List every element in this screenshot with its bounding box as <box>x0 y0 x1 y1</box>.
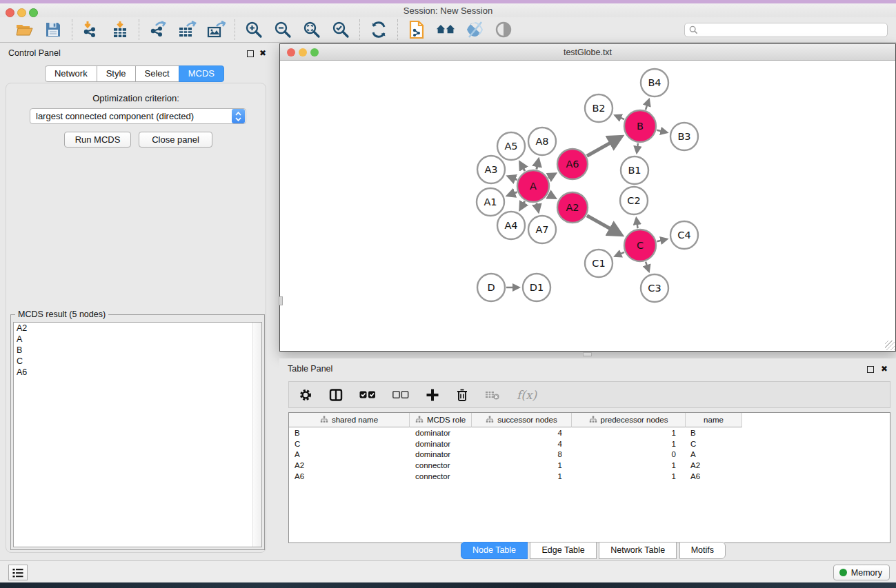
close-traffic-light[interactable] <box>287 48 295 57</box>
graph-node-A6[interactable]: A6 <box>557 149 588 179</box>
tab-motifs[interactable]: Motifs <box>679 542 726 559</box>
export-image-icon[interactable] <box>206 20 226 39</box>
window-resize-grip[interactable] <box>885 341 895 350</box>
graph-node-C3[interactable]: C3 <box>641 274 668 302</box>
graph-edge-A6-B[interactable] <box>587 143 611 156</box>
import-table-icon[interactable] <box>110 20 130 39</box>
show-column-icon[interactable] <box>329 388 343 402</box>
column-header-successor-nodes[interactable]: successor nodes <box>472 413 572 427</box>
open-session-icon[interactable] <box>14 20 34 39</box>
graph-edge-A-A5[interactable] <box>524 168 525 171</box>
graph-edge-A-A7[interactable] <box>537 203 537 205</box>
tab-node-table[interactable]: Node Table <box>461 542 528 559</box>
close-panel-icon[interactable]: ✖ <box>259 48 266 58</box>
graph-node-A8[interactable]: A8 <box>528 128 556 155</box>
result-list-item[interactable]: A <box>14 334 261 345</box>
graph-edge-C-C2[interactable] <box>637 224 638 228</box>
result-list-item[interactable]: C <box>14 356 261 367</box>
network-window-titlebar[interactable]: testGlobe.txt <box>280 44 895 61</box>
graph-node-B1[interactable]: B1 <box>621 156 648 184</box>
graph-edge-A-A2[interactable] <box>548 194 549 195</box>
float-panel-icon[interactable] <box>247 50 254 57</box>
graph-node-B[interactable]: B <box>624 110 656 142</box>
graph-edge-B-B1[interactable] <box>637 143 638 147</box>
table-row[interactable]: A6connector11A6 <box>289 471 890 482</box>
graph-node-A2[interactable]: A2 <box>557 192 588 223</box>
graph-edge-B-B4[interactable] <box>646 105 647 110</box>
graph-node-D[interactable]: D <box>477 274 505 301</box>
graph-edge-A-A3[interactable] <box>515 179 517 179</box>
delete-column-trash-icon[interactable] <box>456 388 468 402</box>
column-header-predecessor-nodes[interactable]: predecessor nodes <box>572 413 686 427</box>
close-panel-icon[interactable]: ✖ <box>881 364 888 374</box>
graph-node-A5[interactable]: A5 <box>497 132 525 160</box>
graph-node-A3[interactable]: A3 <box>477 156 505 183</box>
result-scrollbar[interactable] <box>252 323 261 547</box>
new-network-from-file-icon[interactable] <box>407 20 426 39</box>
zoom-selected-icon[interactable] <box>331 20 350 39</box>
graphics-details-icon[interactable] <box>465 20 484 39</box>
graph-edge-B-B3[interactable] <box>657 130 661 131</box>
graph-node-A1[interactable]: A1 <box>477 188 504 216</box>
first-neighbors-icon[interactable] <box>436 20 455 39</box>
graph-node-C2[interactable]: C2 <box>620 187 648 214</box>
mcds-result-list[interactable]: A2ABCA6 <box>13 322 262 547</box>
minimize-traffic-light[interactable] <box>299 48 307 57</box>
graph-edge-B-B2[interactable] <box>620 118 624 119</box>
column-header-name[interactable]: name <box>686 413 742 427</box>
graph-node-C[interactable]: C <box>624 230 656 261</box>
canvas-left-handle[interactable] <box>279 296 283 305</box>
graph-node-A[interactable]: A <box>517 170 549 202</box>
zoom-in-icon[interactable] <box>244 20 263 39</box>
zoom-fit-icon[interactable] <box>302 20 321 39</box>
run-mcds-button[interactable]: Run MCDS <box>64 132 131 148</box>
result-list-item[interactable]: B <box>14 345 261 356</box>
graph-edge-C-C4[interactable] <box>657 241 661 241</box>
zoom-traffic-light[interactable] <box>29 8 38 17</box>
graph-node-C4[interactable]: C4 <box>670 221 698 249</box>
function-builder-icon[interactable]: f(x) <box>517 388 537 402</box>
result-list-item[interactable]: A6 <box>14 367 261 378</box>
graph-node-B3[interactable]: B3 <box>670 123 698 150</box>
graph-node-C1[interactable]: C1 <box>585 250 613 277</box>
result-list-item[interactable]: A2 <box>14 323 261 334</box>
graph-edge-A2-C[interactable] <box>587 216 611 230</box>
table-row[interactable]: Adominator80A <box>289 449 890 460</box>
graph-edge-A-A6[interactable] <box>548 177 550 178</box>
window-titlebar[interactable]: Session: New Session <box>0 3 896 17</box>
graph-edge-C-C1[interactable] <box>620 252 624 254</box>
save-session-icon[interactable] <box>43 20 63 39</box>
memory-button[interactable]: Memory <box>833 565 890 580</box>
task-history-button[interactable] <box>8 565 28 580</box>
graph-edge-A-A8[interactable] <box>537 166 537 170</box>
graph-node-D1[interactable]: D1 <box>523 274 550 301</box>
tab-edge-table[interactable]: Edge Table <box>530 542 596 559</box>
column-header-MCDS-role[interactable]: MCDS role <box>410 413 472 427</box>
export-table-icon[interactable] <box>177 20 197 39</box>
close-panel-button[interactable]: Close panel <box>139 132 212 148</box>
minimize-traffic-light[interactable] <box>17 8 26 17</box>
graph-node-B2[interactable]: B2 <box>585 94 613 122</box>
graph-edge-C-C3[interactable] <box>646 262 647 266</box>
birds-eye-view-icon[interactable] <box>494 20 513 39</box>
close-traffic-light[interactable] <box>6 8 14 17</box>
create-column-plus-icon[interactable] <box>426 388 439 402</box>
graph-node-A7[interactable]: A7 <box>528 216 556 243</box>
import-network-icon[interactable] <box>81 20 101 39</box>
graph-edge-A-A1[interactable] <box>514 192 517 194</box>
float-panel-icon[interactable] <box>867 366 874 373</box>
deselect-all-icon[interactable] <box>392 390 409 400</box>
tab-style[interactable]: Style <box>97 65 136 82</box>
graph-edge-A-A4[interactable] <box>524 201 525 203</box>
select-all-icon[interactable] <box>359 390 376 400</box>
zoom-out-icon[interactable] <box>273 20 292 39</box>
canvas-bottom-handle[interactable] <box>583 352 592 356</box>
tab-network-table[interactable]: Network Table <box>599 542 677 559</box>
zoom-traffic-light[interactable] <box>310 48 319 57</box>
table-settings-gear-icon[interactable] <box>299 388 312 402</box>
graph-node-B4[interactable]: B4 <box>641 69 668 97</box>
table-row[interactable]: Bdominator41B <box>289 427 890 438</box>
network-canvas[interactable]: B4B2BB3A5A8A6B1A3AC2A1A2A4A7C4CC1C3DD1 <box>280 61 895 351</box>
delete-table-icon[interactable] <box>485 389 500 401</box>
tab-network[interactable]: Network <box>45 65 97 82</box>
